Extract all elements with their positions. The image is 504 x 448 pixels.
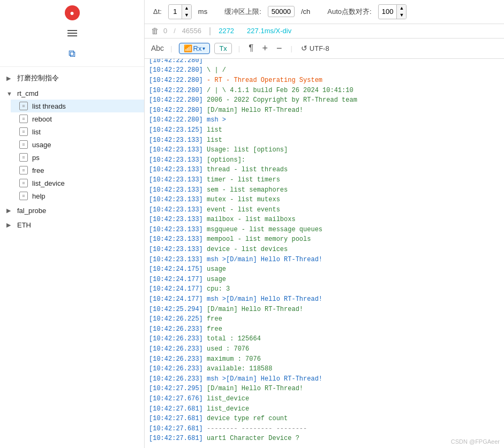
timestamp: [10:42:23.133] xyxy=(149,236,203,243)
cmd-icon: ≡ xyxy=(19,127,28,136)
sidebar-item-fal[interactable]: ▶ fal_probe xyxy=(0,204,144,217)
terminal-line: [10:42:23.133] timer - list timers xyxy=(149,175,500,185)
line-content: used : 7076 xyxy=(203,345,249,353)
terminal-line: [10:42:27.681] uart1 Character Device ? xyxy=(149,434,500,444)
cmd-icon: ≡ xyxy=(19,179,28,187)
delta-down-button[interactable]: ▼ xyxy=(182,12,191,19)
terminal-output[interactable]: [10:42:22.277] reboot[10:42:22.280] rebo… xyxy=(145,59,504,448)
terminal-line: [10:42:27.681] list_device xyxy=(149,404,500,414)
cmd-icon: ≡ xyxy=(19,102,28,110)
sidebar-item-help[interactable]: ≡ help xyxy=(11,189,144,202)
tree-group-fal: ▶ fal_probe xyxy=(0,204,144,217)
sidebar-group-label: fal_probe xyxy=(17,207,46,215)
line-content: available: 118588 xyxy=(203,365,273,373)
buffer-unit: /ch xyxy=(301,7,310,16)
line-content: / | \ 4.1.1 build Feb 26 2024 10:41:10 xyxy=(203,87,353,94)
sidebar-item-rtcmd[interactable]: ▼ rt_cmd xyxy=(0,87,144,100)
terminal-line: [10:42:23.133] mailbox - list mailboxs xyxy=(149,215,500,225)
line-content: msh > xyxy=(203,116,226,124)
sidebar-item-free[interactable]: ≡ free xyxy=(11,164,144,177)
expand-arrow-icon: ▼ xyxy=(6,90,14,97)
delta-unit: ms xyxy=(198,7,207,16)
sidebar-item-polish[interactable]: ▶ 打磨控制指令 xyxy=(0,71,144,85)
timestamp: [10:42:27.681] xyxy=(149,415,203,422)
terminal-line: [10:42:22.280] \ | / xyxy=(149,65,500,75)
line-content: mutex - list mutexs xyxy=(203,196,280,203)
zoom-out-button[interactable]: − xyxy=(274,42,284,55)
sidebar-item-reboot[interactable]: ≡ reboot xyxy=(11,112,144,125)
terminal-line: [10:42:23.133] msh >[D/main] Hello RT-Th… xyxy=(149,255,500,265)
auto-spinner[interactable]: 100 ▲ ▼ xyxy=(378,4,407,19)
tree-group-eth: ▶ ETH xyxy=(0,219,144,231)
line-content: list xyxy=(203,126,222,134)
timestamp: [10:42:26.233] xyxy=(149,355,203,363)
terminal-line: [10:42:27.295] [D/main] Hello RT-Thread! xyxy=(149,384,500,394)
timestamp: [10:42:23.133] xyxy=(149,206,203,214)
timestamp: [10:42:23.133] xyxy=(149,226,203,233)
line-content: 2006 - 2022 Copyright by RT-Thread team xyxy=(203,96,357,104)
terminal-line: [10:42:26.233] used : 7076 xyxy=(149,344,500,354)
sidebar-child-label: ps xyxy=(32,154,40,162)
sidebar-item-usage[interactable]: ≡ usage xyxy=(11,138,144,151)
auto-down-button[interactable]: ▼ xyxy=(397,12,406,19)
sidebar-item-list-threads[interactable]: ≡ list threads xyxy=(11,100,144,112)
sidebar-item-list-device[interactable]: ≡ list_device xyxy=(11,177,144,189)
timestamp: [10:42:22.280] xyxy=(149,107,203,114)
rx-chevron-icon: ▾ xyxy=(202,45,205,51)
terminal-line: [10:42:27.681] device type ref count xyxy=(149,414,500,424)
abc-label: Abc xyxy=(151,44,164,52)
plus-icon: + xyxy=(262,43,268,54)
timestamp: [10:42:25.294] xyxy=(149,306,203,313)
terminal-line: [10:42:22.280] - RT - Thread Operating S… xyxy=(149,75,500,86)
sidebar-item-eth[interactable]: ▶ ETH xyxy=(0,219,144,231)
encoding-icon: ↺ xyxy=(301,44,307,52)
terminal-line: [10:42:23.133] thread - list threads xyxy=(149,165,500,175)
auto-label: Auto点数对齐: xyxy=(327,7,371,17)
sidebar-item-list[interactable]: ≡ list xyxy=(11,125,144,138)
delta-spinner[interactable]: 1 ▲ ▼ xyxy=(168,4,192,19)
rx-button[interactable]: 📶 Rx ▾ xyxy=(179,43,210,54)
logo-icon[interactable]: ● xyxy=(64,4,81,21)
line-content: sem - list semaphores xyxy=(203,186,288,194)
div-info: 227.1ms/X-div xyxy=(247,27,291,35)
timestamp: [10:42:22.280] xyxy=(149,59,203,64)
cmd-icon: ≡ xyxy=(19,153,28,162)
auto-up-button[interactable]: ▲ xyxy=(397,5,406,12)
timestamp: [10:42:23.133] xyxy=(149,196,203,203)
timestamp: [10:42:23.133] xyxy=(149,176,203,184)
hamburger-icon[interactable] xyxy=(64,25,81,42)
line-content: device - list devices xyxy=(203,246,288,253)
buffer-spinner[interactable]: 50000 xyxy=(268,6,295,17)
sidebar-top-icons: ● ⧉ xyxy=(0,0,144,67)
total-count: 46556 xyxy=(182,27,201,35)
format-paragraph-button[interactable]: ¶ xyxy=(246,42,255,55)
terminal-line: [10:42:26.233] available: 118588 xyxy=(149,364,500,374)
encoding-selector[interactable]: ↺ UTF-8 xyxy=(301,44,329,52)
line-content: device type ref count xyxy=(203,415,288,422)
delta-up-button[interactable]: ▲ xyxy=(182,5,191,12)
terminal-line: [10:42:22.280] 2006 - 2022 Copyright by … xyxy=(149,95,500,105)
terminal-line: [10:42:23.133] [options]: xyxy=(149,155,500,165)
terminal-line: [10:42:23.125] list xyxy=(149,125,500,135)
trash-icon[interactable]: 🗑 xyxy=(151,26,159,35)
terminal-line: [10:42:26.233] free xyxy=(149,324,500,335)
line-content: msh >[D/main] Hello RT-Thread! xyxy=(203,375,322,383)
timestamp: [10:42:26.233] xyxy=(149,375,203,383)
cmd-icon: ≡ xyxy=(19,192,28,200)
zoom-in-button[interactable]: + xyxy=(260,42,270,55)
rx-icon: 📶 xyxy=(184,44,192,52)
tx-button[interactable]: Tx xyxy=(214,43,231,54)
timestamp: [10:42:27.681] xyxy=(149,405,203,413)
delta-value: 1 xyxy=(169,6,182,17)
line-content: msh >[D/main] Hello RT-Thread! xyxy=(203,295,322,303)
terminal-line: [10:42:24.177] usage xyxy=(149,275,500,285)
line-content: usage xyxy=(203,276,226,283)
timestamp: [10:42:23.133] xyxy=(149,186,203,194)
layers-icon[interactable]: ⧉ xyxy=(64,45,81,62)
terminal-line: [10:42:25.294] [D/main] Hello RT-Thread! xyxy=(149,305,500,315)
timestamp: [10:42:22.280] xyxy=(149,116,203,124)
sidebar-item-ps[interactable]: ≡ ps xyxy=(11,151,144,164)
timestamp: [10:42:23.133] xyxy=(149,256,203,263)
timestamp: [10:42:22.280] xyxy=(149,87,203,94)
collapse-arrow-icon: ▶ xyxy=(6,222,14,229)
